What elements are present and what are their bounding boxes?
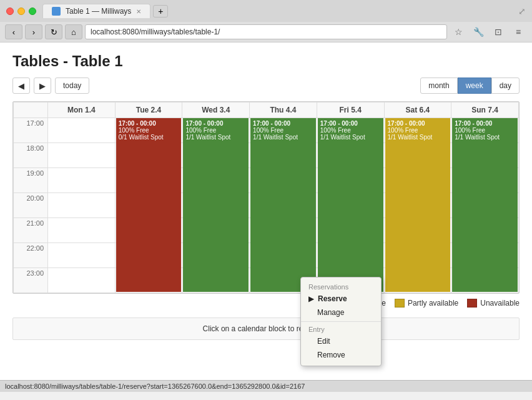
header-thu: Thu 4.4 — [250, 102, 317, 118]
new-tab-button[interactable]: + — [153, 5, 168, 18]
toolbar-right: ☆ 🔧 ⊡ ≡ — [450, 24, 527, 39]
ctx-remove-label: Remove — [317, 351, 345, 359]
header-tue: Tue 2.4 — [115, 102, 182, 118]
header-wed: Wed 3.4 — [182, 102, 250, 118]
calendar-table: Mon 1.4 Tue 2.4 Wed 3.4 Thu 4.4 Fri 5.4 … — [13, 102, 519, 293]
context-menu: Reservations ▶ Reserve Manage Entry Edit… — [300, 277, 382, 366]
day-cell[interactable] — [48, 243, 116, 268]
day-cell[interactable] — [48, 118, 116, 143]
footer-url: localhost:8080/milliways/tables/table-1/… — [5, 382, 305, 390]
day-cell[interactable]: 17:00 - 00:00100% Free1/1 Waitlist Spot — [317, 118, 384, 143]
header-sat: Sat 6.4 — [384, 102, 451, 118]
unavailable-swatch — [467, 299, 477, 308]
ctx-manage-item[interactable]: Manage — [301, 306, 381, 319]
calendar-header-row: Mon 1.4 Tue 2.4 Wed 3.4 Thu 4.4 Fri 5.4 … — [14, 102, 519, 118]
event-block[interactable]: 17:00 - 00:00100% Free1/1 Waitlist Spot — [318, 118, 383, 292]
day-cell[interactable] — [48, 193, 116, 218]
day-cell[interactable] — [48, 268, 116, 293]
cal-nav-left: ◀ ▶ today — [12, 78, 89, 94]
time-label: 20:00 — [14, 193, 48, 218]
view-buttons: month week day — [420, 78, 520, 94]
bookmark-icon[interactable]: ☆ — [450, 24, 467, 39]
minimize-button[interactable] — [17, 8, 25, 15]
time-label: 21:00 — [14, 218, 48, 243]
tab-favicon — [52, 7, 61, 16]
time-label: 22:00 — [14, 243, 48, 268]
legend-unavailable: Unavailable — [467, 299, 520, 308]
next-button[interactable]: ▶ — [34, 78, 51, 94]
ctx-edit-item[interactable]: Edit — [301, 334, 381, 348]
calendar-nav: ◀ ▶ today month week day — [12, 78, 520, 94]
legend: Fully available Partly available Unavail… — [12, 299, 520, 308]
event-block[interactable]: 17:00 - 00:00100% Free1/1 Waitlist Spot — [385, 118, 451, 292]
ctx-manage-label: Manage — [317, 308, 344, 317]
close-button[interactable] — [6, 8, 14, 15]
ctx-arrow-icon: ▶ — [308, 294, 314, 303]
tab-close-icon[interactable]: ✕ — [136, 8, 141, 15]
unavailable-label: Unavailable — [480, 299, 520, 308]
page-content: Tables - Table 1 ◀ ▶ today month week da… — [0, 42, 532, 380]
legend-partly-available: Partly available — [395, 299, 458, 308]
page-title: Tables - Table 1 — [12, 52, 520, 70]
day-cell[interactable]: 17:00 - 00:00100% Free1/1 Waitlist Spot — [384, 118, 451, 143]
ctx-reserve-item[interactable]: ▶ Reserve — [301, 292, 381, 306]
day-cell[interactable]: 17:00 - 00:00100% Free1/1 Waitlist Spot — [451, 118, 519, 143]
header-sun: Sun 7.4 — [451, 102, 519, 118]
url-bar: localhost:8080/milliways/tables/table-1/… — [0, 380, 532, 392]
ctx-entry-label: Entry — [301, 324, 381, 334]
event-block[interactable]: 17:00 - 00:00100% Free1/1 Waitlist Spot — [452, 118, 518, 292]
event-block[interactable]: 17:00 - 00:00100% Free1/1 Waitlist Spot — [183, 118, 249, 292]
day-cell[interactable]: 17:00 - 00:00100% Free0/1 Waitlist Spot — [115, 118, 182, 143]
day-view-button[interactable]: day — [491, 78, 520, 94]
header-mon: Mon 1.4 — [48, 102, 116, 118]
browser-tab[interactable]: Table 1 — Milliways ✕ — [42, 4, 150, 18]
maximize-button[interactable] — [29, 8, 36, 15]
prev-button[interactable]: ◀ — [12, 78, 30, 94]
forward-button[interactable]: › — [25, 24, 42, 39]
ctx-reserve-label: Reserve — [318, 294, 373, 303]
week-view-button[interactable]: week — [458, 78, 491, 94]
time-label: 19:00 — [14, 168, 48, 193]
ctx-edit-label: Edit — [317, 337, 330, 346]
resize-icon[interactable]: ⊡ — [490, 24, 507, 39]
menu-icon[interactable]: ≡ — [510, 24, 527, 39]
back-button[interactable]: ‹ — [5, 24, 22, 39]
home-button[interactable]: ⌂ — [65, 24, 82, 39]
header-fri: Fri 5.4 — [317, 102, 384, 118]
time-label: 17:00 — [14, 118, 48, 143]
day-cell[interactable]: 17:00 - 00:00100% Free1/1 Waitlist Spot — [250, 118, 317, 143]
time-label: 18:00 — [14, 143, 48, 168]
browser-chrome: Table 1 — Milliways ✕ + ⤢ ‹ › ↻ ⌂ localh… — [0, 0, 532, 42]
calendar-wrapper: Mon 1.4 Tue 2.4 Wed 3.4 Thu 4.4 Fri 5.4 … — [12, 101, 520, 294]
month-view-button[interactable]: month — [420, 78, 457, 94]
address-bar[interactable]: localhost:8080/milliways/tables/table-1/ — [85, 24, 447, 39]
title-bar: Table 1 — Milliways ✕ + ⤢ — [0, 0, 532, 22]
ctx-divider — [301, 321, 381, 322]
day-cell[interactable] — [48, 168, 116, 193]
today-button[interactable]: today — [55, 78, 89, 94]
partly-available-label: Partly available — [408, 299, 458, 308]
time-label: 23:00 — [14, 268, 48, 293]
tools-icon[interactable]: 🔧 — [470, 24, 487, 39]
day-cell[interactable]: 17:00 - 00:00100% Free1/1 Waitlist Spot — [182, 118, 250, 143]
restore-icon[interactable]: ⤢ — [518, 6, 526, 16]
time-header — [14, 102, 48, 118]
traffic-lights — [6, 8, 36, 15]
address-text: localhost:8080/milliways/tables/table-1/ — [91, 28, 220, 36]
browser-toolbar: ‹ › ↻ ⌂ localhost:8080/milliways/tables/… — [0, 22, 532, 42]
reload-button[interactable]: ↻ — [45, 24, 62, 39]
tab-title: Table 1 — Milliways — [66, 7, 131, 16]
day-cell[interactable] — [48, 143, 116, 168]
status-bar: Click on a calendar block to reserve it. — [12, 318, 520, 340]
calendar-row: 17:0017:00 - 00:00100% Free0/1 Waitlist … — [14, 118, 519, 143]
day-cell[interactable] — [48, 218, 116, 243]
partly-available-swatch — [395, 299, 405, 308]
event-block[interactable]: 17:00 - 00:00100% Free1/1 Waitlist Spot — [250, 118, 316, 292]
ctx-remove-item[interactable]: Remove — [301, 348, 381, 362]
event-block[interactable]: 17:00 - 00:00100% Free0/1 Waitlist Spot — [116, 118, 182, 292]
ctx-reservations-label: Reservations — [301, 281, 381, 292]
